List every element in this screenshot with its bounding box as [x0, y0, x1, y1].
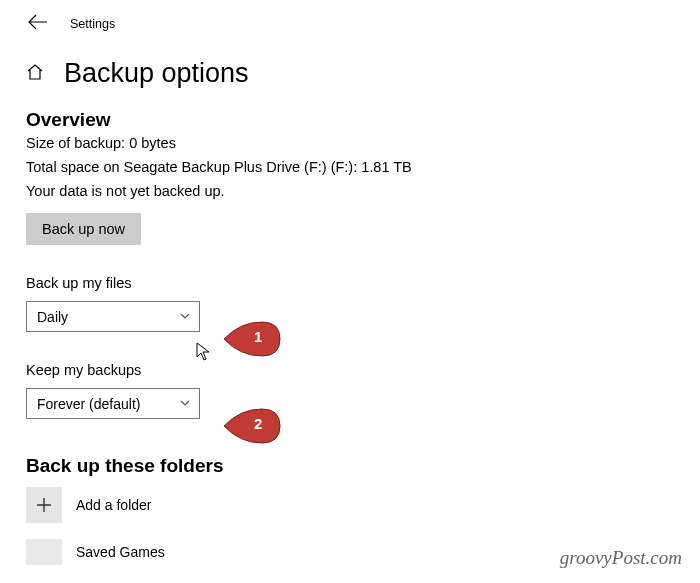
home-icon[interactable]: [26, 63, 44, 85]
annotation-callout-2: 2: [222, 407, 282, 445]
folder-icon: [26, 539, 62, 565]
chevron-down-icon: [179, 396, 191, 412]
back-button[interactable]: [28, 14, 48, 34]
frequency-value: Daily: [37, 309, 68, 325]
backup-now-button[interactable]: Back up now: [26, 213, 141, 245]
plus-icon: [34, 495, 54, 515]
app-label: Settings: [70, 17, 115, 31]
watermark: groovyPost.com: [560, 547, 682, 569]
folders-heading: Back up these folders: [26, 455, 700, 477]
backup-size: Size of backup: 0 bytes: [26, 135, 700, 151]
page-title: Backup options: [64, 58, 249, 89]
add-folder-row[interactable]: Add a folder: [26, 487, 700, 523]
backup-status: Your data is not yet backed up.: [26, 183, 700, 199]
folder-name: Saved Games: [76, 544, 165, 560]
retention-dropdown[interactable]: Forever (default): [26, 388, 200, 419]
frequency-dropdown[interactable]: Daily: [26, 301, 200, 332]
chevron-down-icon: [179, 309, 191, 325]
annotation-callout-1: 1: [222, 320, 282, 358]
frequency-label: Back up my files: [26, 275, 700, 291]
add-folder-label: Add a folder: [76, 497, 152, 513]
total-space: Total space on Seagate Backup Plus Drive…: [26, 159, 700, 175]
add-folder-button[interactable]: [26, 487, 62, 523]
overview-heading: Overview: [26, 109, 700, 131]
retention-value: Forever (default): [37, 396, 140, 412]
retention-label: Keep my backups: [26, 362, 700, 378]
